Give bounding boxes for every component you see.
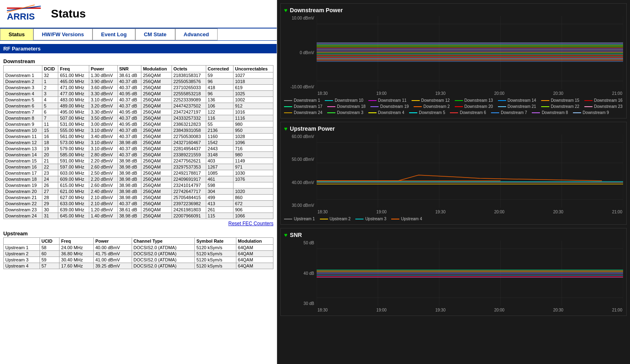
upstream-power-chart: ♥ Upstream Power 60.00 dBmV 50.00 dBmV 4… — [280, 122, 627, 225]
downstream-cell: 7 — [42, 115, 58, 121]
downstream-cell: 16 — [42, 134, 58, 140]
downstream-cell: 21 — [42, 158, 58, 164]
downstream-cell: Downstream 23 — [4, 207, 42, 213]
downstream-cell: 507.00 MHz — [58, 115, 89, 121]
left-panel: ARRIS Status Status HW/FW Versions Event… — [0, 0, 277, 364]
downstream-row: Downstream 1622597.00 MHz2.60 dBmV38.98 … — [4, 164, 273, 170]
legend-label: Upstream 1 — [294, 217, 315, 221]
upstream-row: Upstream 15824.00 MHz40.00 dBmVDOCSIS2.0… — [4, 245, 273, 251]
downstream-cell: 1027 — [233, 72, 273, 79]
downstream-cell: 256QAM — [141, 127, 172, 134]
col-uncorrectables: Uncorrectables — [233, 66, 273, 72]
legend-label: Downstream 10 — [335, 98, 363, 103]
downstream-cell: 598 — [206, 182, 233, 189]
downstream-cell: Downstream 4 — [4, 91, 42, 97]
legend-item: Downstream 16 — [584, 98, 623, 103]
downstream-cell: 23389221559 — [172, 152, 206, 158]
downstream-cell: 23863212823 — [172, 121, 206, 127]
downstream-cell: 256QAM — [141, 158, 172, 164]
downstream-cell: 22409691917 — [172, 176, 206, 182]
legend-label: Downstream 16 — [594, 98, 623, 103]
downstream-row: Downstream 1824609.00 MHz2.20 dBmV38.98 … — [4, 176, 273, 182]
downstream-cell: 20 — [42, 152, 58, 158]
downstream-cell: 24474237502 — [172, 103, 206, 109]
downstream-row: Downstream 1015555.00 MHz3.10 dBmV40.37 … — [4, 127, 273, 134]
upstream-power-legend: Upstream 1Upstream 2Upstream 3Upstream 4 — [284, 217, 623, 221]
heart-icon: ♥ — [284, 7, 287, 13]
downstream-cell: 136 — [206, 97, 233, 103]
downstream-cell: 627.00 MHz — [58, 195, 89, 201]
legend-label: Upstream 3 — [365, 217, 386, 221]
downstream-cell: 651.00 MHz — [58, 72, 89, 79]
downstream-cell: 38.98 dB — [117, 164, 141, 170]
upstream-cell: DOCSIS2.0 (ATDMA) — [132, 251, 194, 257]
upstream-cell: 60 — [40, 251, 59, 257]
nav-eventlog[interactable]: Event Log — [93, 29, 135, 40]
legend-color — [370, 106, 379, 107]
legend-item: Downstream 22 — [541, 104, 579, 109]
downstream-cell: 1160 — [206, 134, 233, 140]
downstream-cell: 38.61 dB — [117, 207, 141, 213]
downstream-cell: 3.10 dBmV — [89, 140, 117, 146]
legend-color — [327, 112, 335, 113]
nav-status[interactable]: Status — [0, 29, 33, 40]
downstream-cell: 603.00 MHz — [58, 170, 89, 176]
downstream-power-svg — [317, 16, 623, 89]
downstream-cell: 23297537353 — [172, 164, 206, 170]
y-label-snr-2: 40 dB — [304, 271, 314, 276]
legend-color — [450, 112, 458, 113]
downstream-cell: 256QAM — [141, 170, 172, 176]
downstream-cell: 950 — [233, 127, 273, 134]
upstream-cell: 5120 kSym/s — [194, 263, 236, 269]
nav-hwfw[interactable]: HW/FW Versions — [33, 29, 93, 40]
upstream-cell: 40.00 dBmV — [93, 245, 132, 251]
upstream-cell: 39.25 dBmV — [93, 263, 132, 269]
downstream-cell: Downstream 12 — [4, 140, 42, 146]
legend-label: Downstream 12 — [421, 98, 450, 103]
upstream-cell: 58 — [40, 245, 59, 251]
downstream-cell: 40.37 dB — [117, 127, 141, 134]
rf-parameters-header: RF Parameters — [0, 44, 277, 53]
downstream-row: Downstream 54483.00 MHz3.10 dBmV40.37 dB… — [4, 97, 273, 103]
upstream-row: Upstream 45717.60 MHz39.25 dBmVDOCSIS2.0… — [4, 263, 273, 269]
col-name — [4, 66, 42, 72]
nav-advanced[interactable]: Advanced — [175, 29, 218, 40]
legend-item: Downstream 3 — [327, 110, 363, 115]
svg-rect-71 — [317, 271, 623, 277]
snr-chart: ♥ SNR 50 dB 40 dB 30 dB — [280, 228, 627, 316]
downstream-cell: Downstream 20 — [4, 189, 42, 195]
nav-cmstate[interactable]: CM State — [135, 29, 175, 40]
legend-label: Downstream 18 — [337, 104, 366, 109]
downstream-cell: 1028 — [233, 134, 273, 140]
downstream-power-chart: ♥ Downstream Power 10.00 dBmV 0 dBmV -10… — [280, 3, 627, 118]
up-col-channeltype: Channel Type — [132, 238, 194, 245]
downstream-cell: 256QAM — [141, 146, 172, 152]
downstream-cell: 461 — [206, 176, 233, 182]
downstream-cell: 24261981803 — [172, 207, 206, 213]
col-octets: Octets — [172, 66, 206, 72]
upstream-row: Upstream 35930.40 MHz41.00 dBmVDOCSIS2.0… — [4, 257, 273, 263]
legend-item: Downstream 20 — [455, 104, 493, 109]
upstream-cell: 64QAM — [236, 257, 273, 263]
downstream-cell: Downstream 2 — [4, 79, 42, 85]
reset-fec-link[interactable]: Reset FEC Counters — [0, 219, 277, 228]
downstream-cell: Downstream 3 — [4, 85, 42, 91]
downstream-cell: Downstream 8 — [4, 115, 42, 121]
legend-item: Downstream 1 — [284, 98, 320, 103]
downstream-cell: 1085 — [206, 170, 233, 176]
legend-item: Downstream 18 — [327, 104, 366, 109]
downstream-row: Downstream 2431645.00 MHz1.40 dBmV38.98 … — [4, 213, 273, 219]
legend-label: Downstream 21 — [508, 104, 536, 109]
downstream-cell: 40.95 dB — [117, 109, 141, 115]
legend-item: Downstream 5 — [409, 110, 445, 115]
legend-item: Upstream 4 — [391, 217, 422, 221]
downstream-cell: 59 — [206, 72, 233, 79]
downstream-row: Downstream 1319579.00 MHz3.10 dBmV40.37 … — [4, 146, 273, 152]
y-label-up-2: 50.00 dBmV — [292, 157, 314, 162]
downstream-cell: Downstream 15 — [4, 158, 42, 164]
downstream-cell: Downstream 7 — [4, 109, 42, 115]
downstream-cell: 256QAM — [141, 182, 172, 189]
up-col-power: Power — [93, 238, 132, 245]
col-modulation: Modulation — [141, 66, 172, 72]
legend-label: Downstream 14 — [508, 98, 536, 103]
